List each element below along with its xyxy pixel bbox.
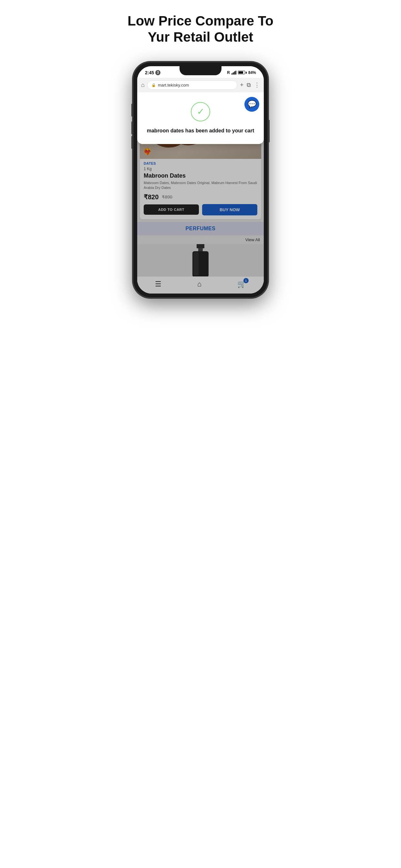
success-check-icon: ✓ — [191, 102, 210, 121]
browser-actions: + ⧉ ⋮ — [240, 82, 260, 89]
tab-switcher-icon[interactable]: ⧉ — [247, 82, 251, 89]
notification-count: 3 — [155, 70, 160, 75]
battery-percent: 84% — [248, 70, 256, 75]
carrier-label: R — [227, 70, 230, 75]
home-icon[interactable]: ⌂ — [141, 82, 145, 89]
security-icon: 🔒 — [151, 83, 156, 87]
signal-icon — [232, 71, 236, 74]
content-area: 💬 ✓ mabroon dates has been added to your… — [137, 92, 264, 293]
menu-dots-icon[interactable]: ⋮ — [254, 82, 260, 89]
status-time: 2:45 — [145, 70, 154, 75]
browser-bar: ⌂ 🔒 mart.tekisky.com + ⧉ ⋮ — [137, 78, 264, 92]
chat-icon: 💬 — [248, 100, 256, 108]
phone-notch — [180, 66, 221, 75]
chat-bubble-icon[interactable]: 💬 — [244, 97, 259, 112]
new-tab-icon[interactable]: + — [240, 82, 243, 89]
modal-message: mabroon dates has been added to your car… — [147, 127, 254, 134]
battery-icon — [238, 71, 247, 74]
url-text: mart.tekisky.com — [158, 83, 189, 88]
phone-mockup: 2:45 3 R 84% — [133, 62, 268, 298]
page-headline: Low Price Compare To Yur Retail Outlet — [127, 13, 274, 45]
add-to-cart-modal: 💬 ✓ mabroon dates has been added to your… — [137, 92, 264, 144]
url-bar[interactable]: 🔒 mart.tekisky.com — [147, 81, 238, 90]
